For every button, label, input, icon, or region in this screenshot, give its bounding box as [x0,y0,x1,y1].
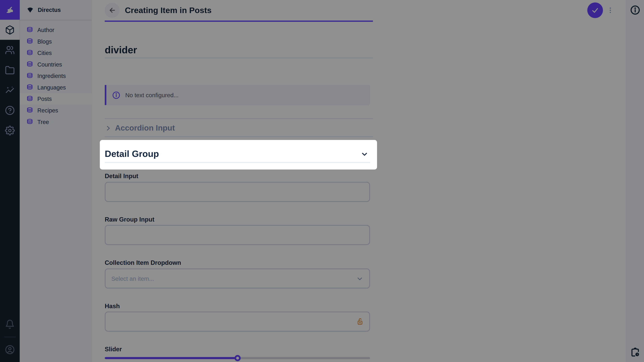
detail-group-divider [105,162,370,163]
app-window: Directus AuthorBlogsCitiesCountriesIngre… [0,0,644,362]
chevron-down-icon [360,150,368,158]
detail-group-header[interactable]: Detail Group [100,140,377,169]
detail-group-title: Detail Group [105,149,159,159]
dim-overlay [0,0,644,362]
